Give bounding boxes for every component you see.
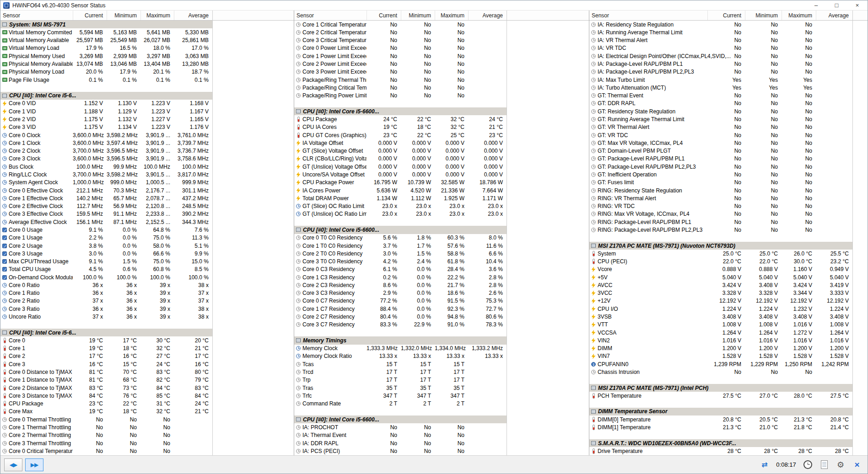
sensor-row[interactable]: Core 2 Usage3.8 %0.0 %58.0 %5.1 % — [0, 242, 294, 250]
sensor-row[interactable]: Virtual Memory Load17.9 %16.5 %18.0 %17.… — [0, 44, 294, 52]
sensor-row[interactable]: Core 1 Distance to TjMAX81 °C68 °C82 °C7… — [0, 376, 294, 384]
sensor-row[interactable]: Core 1 Thermal ThrottlingNoNoNo — [0, 423, 294, 431]
sensor-row[interactable]: Core 2 Distance to TjMAX83 °C73 °C84 °C8… — [0, 384, 294, 392]
sensor-row[interactable]: Core 1 Ratio36 x36 x39 x37 x — [0, 289, 294, 297]
sensor-row[interactable]: Core 0 Critical TemperatureNoNoNo — [0, 447, 294, 455]
maximize-button[interactable]: □ — [826, 0, 847, 10]
prev-next-arrows-button[interactable]: ◀▶ — [4, 458, 22, 471]
column-header-minimum[interactable]: Minimum — [745, 11, 782, 20]
sensor-row[interactable]: CPUFANIN01,239 RPM1,229 RPM1,250 RPM1,24… — [589, 360, 868, 368]
sensor-row[interactable]: IA Cores Power5.636 W4.520 W21.336 W7.66… — [294, 186, 589, 194]
sensor-row[interactable]: GT: Domain-Level PBM PLGTNoNoNo — [589, 147, 868, 155]
sensor-row[interactable]: Core 3 Ratio36 x36 x39 x38 x — [0, 305, 294, 313]
sensor-row[interactable]: CPU IA Cores19 °C18 °C32 °C21 °C — [294, 123, 589, 131]
sensor-row[interactable]: Core 3 VID1.175 V1.134 V1.223 V1.176 V — [0, 123, 294, 131]
sensor-row[interactable]: Core 2 Effective Clock112.7 MHz56.9 MHz2… — [0, 202, 294, 210]
sensor-row[interactable]: Core 3 Critical TemperatureNoNoNo — [294, 37, 589, 44]
column-header-sensor[interactable]: Sensor — [294, 12, 367, 19]
sensor-row[interactable]: Package/Ring Thermal Thrott...NoNoNo — [294, 76, 589, 84]
sensor-row[interactable]: Core 119 °C18 °C32 °C21 °C — [0, 345, 294, 352]
sensor-row[interactable]: Package/Ring Power Limit Ex...NoNoNo — [294, 92, 589, 100]
sensor-row[interactable]: Core 0 Usage9.1 %0.0 %64.8 %7.6 % — [0, 226, 294, 234]
column-header-average[interactable]: Average — [816, 11, 852, 20]
sensor-row[interactable]: 3VSB3.408 V3.408 V3.408 V3.408 V — [589, 313, 868, 320]
sensor-row[interactable]: Core 0 T0 C0 Residency5.6 %1.8 %60.3 %8.… — [294, 234, 589, 242]
sensor-row[interactable]: System25.0 °C25.0 °C26.0 °C25.5 °C — [589, 250, 868, 257]
sensor-row[interactable]: PCH Temperature27.5 °C27.0 °C28.0 °C27.5… — [589, 392, 868, 399]
sensor-row[interactable]: Virtual Memory Available25,597 MB25,549 … — [0, 37, 294, 44]
sensor-row[interactable]: DIMM[1] Temperature21.3 °C21.0 °C21.8 °C… — [589, 423, 868, 431]
sensor-row[interactable]: VCCSA1.264 V1.264 V1.272 V1.264 V — [589, 329, 868, 336]
sensor-row[interactable]: Core 0 Power Limit ExceededNoNoNo — [294, 44, 589, 52]
sensor-row[interactable]: Core 1 C3 Residency0.2 %0.0 %22.2 %2.8 % — [294, 273, 589, 281]
settings-button[interactable]: ⚙ — [834, 458, 847, 471]
sensor-row[interactable]: Chassis IntrusionNoNoNo — [589, 368, 868, 376]
sensor-row[interactable]: DIMM[0] Temperature20.8 °C20.5 °C21.3 °C… — [589, 415, 868, 423]
sensor-row[interactable]: GT: VR Thermal AlertNoNoNo — [589, 123, 868, 131]
column-header-sensor[interactable]: Sensor — [589, 12, 707, 19]
sensor-row[interactable]: +5V5.040 V5.040 V5.040 V5.040 V — [589, 273, 868, 281]
sensor-row[interactable]: Core 2 VID1.175 V1.132 V1.227 V1.165 V — [0, 115, 294, 123]
sensor-row[interactable]: CPU I/O1.224 V1.224 V1.232 V1.224 V — [589, 305, 868, 313]
section-header-row[interactable]: DIMM Temperature Sensor — [589, 408, 868, 415]
sensor-row[interactable]: Core 1 VID1.188 V1.129 V1.223 V1.167 V — [0, 107, 294, 115]
sensor-row[interactable]: CPU Package24 °C22 °C32 °C24 °C — [294, 115, 589, 123]
sensor-row[interactable]: GT (Unslice) OC Ratio Limit23.0 x23.0 x2… — [294, 210, 589, 218]
sensor-row[interactable]: Core 3 C7 Residency83.3 %22.9 %91.0 %78.… — [294, 321, 589, 329]
sensor-row[interactable]: GT: Max VR Voltage, ICCmax, PL4NoNoNo — [589, 139, 868, 147]
sensor-row[interactable]: Core 1 Usage2.2 %0.0 %75.0 %11.3 % — [0, 234, 294, 242]
sensor-row[interactable]: Max CPU/Thread Usage9.1 %1.5 %75.0 %15.0… — [0, 257, 294, 265]
sensor-row[interactable]: AVCC3.424 V3.408 V3.424 V3.419 V — [589, 281, 868, 289]
sensor-row[interactable]: RING: VR Thermal AlertNoNoNo — [589, 194, 868, 202]
sensor-row[interactable]: Drive Temperature28 °C28 °C28 °C28 °C — [589, 447, 868, 455]
sensor-row[interactable]: VIN21.016 V1.016 V1.016 V1.016 V — [589, 336, 868, 344]
section-header-row[interactable]: CPU [#0]: Intel Core i5-6... — [0, 92, 294, 100]
sensor-row[interactable]: Memory Clock1,333.3 MHz1,332.0 MHz1,334.… — [294, 345, 589, 352]
section-header-row[interactable]: System: MSI MS-7971 — [0, 21, 294, 28]
sensor-row[interactable]: RING: Max VR Voltage, ICCmax, PL4NoNoNo — [589, 210, 868, 218]
sensor-row[interactable]: IA: Package-Level RAPL/PBM PL2,PL3NoNoNo — [589, 68, 868, 76]
sensor-row[interactable]: Core 3 Power Limit ExceededNoNoNo — [294, 68, 589, 76]
sensor-row[interactable]: Core 2 Thermal ThrottlingNoNoNo — [0, 431, 294, 439]
sensor-row[interactable]: GT: VR TDCNoNoNo — [589, 131, 868, 139]
column-header-current[interactable]: Current — [707, 11, 745, 20]
section-header-row[interactable]: MSI Z170A PC MATE (MS-7971) (Intel PCH) — [589, 384, 868, 392]
column-header-current[interactable]: Current — [73, 11, 107, 20]
minimize-button[interactable]: – — [806, 0, 826, 10]
jump-forward-button[interactable]: ▶▶ — [25, 458, 43, 471]
sensor-row[interactable]: RING: VR TDCNoNoNo — [589, 202, 868, 210]
sensor-row[interactable]: DIMM1.200 V1.200 V1.200 V1.200 V — [589, 345, 868, 352]
sensor-row[interactable]: IA Voltage Offset0.000 V0.000 V0.000 V0.… — [294, 139, 589, 147]
sensor-row[interactable]: Core 019 °C17 °C30 °C20 °C — [0, 336, 294, 344]
section-header-row[interactable]: CPU [#0]: Intel Core i5-6600... — [294, 226, 589, 234]
sensor-row[interactable]: Trcd17 T17 T17 T — [294, 368, 589, 376]
section-header-row[interactable]: CPU [#0]: Intel Core i5-6... — [0, 329, 294, 336]
sensor-row[interactable]: Core 2 Ratio37 x36 x39 x37 x — [0, 297, 294, 305]
sensor-row[interactable]: Core 0 C7 Residency77.2 %0.0 %91.5 %75.3… — [294, 297, 589, 305]
sensor-row[interactable]: IA: Max Turbo LimitYesYesYes — [589, 76, 868, 84]
sensor-row[interactable]: Core 1 C7 Residency88.4 %0.0 %92.3 %72.7… — [294, 305, 589, 313]
sensor-row[interactable]: CPU (PECI)22.0 °C22.0 °C30.0 °C23.2 °C — [589, 257, 868, 265]
sensor-row[interactable]: Core 1 Power Limit ExceededNoNoNo — [294, 52, 589, 60]
sensor-row[interactable]: Core 2 C3 Residency8.6 %0.0 %21.7 %2.8 % — [294, 281, 589, 289]
sensor-row[interactable]: Tras35 T35 T35 T — [294, 384, 589, 392]
sensor-row[interactable]: Core 1 Critical TemperatureNoNoNo — [294, 21, 589, 28]
report-button[interactable] — [817, 458, 831, 471]
column-header-maximum[interactable]: Maximum — [782, 11, 816, 20]
sensor-row[interactable]: GT (Slice) OC Ratio Limit23.0 x23.0 x23.… — [294, 202, 589, 210]
sensor-row[interactable]: Core 3 Clock3,600.0 MHz3,596.5 MHz3,901.… — [0, 155, 294, 163]
sensor-row[interactable]: System Agent Clock1,000.0 MHz999.0 MHz1,… — [0, 179, 294, 186]
sensor-row[interactable]: GT: DDR RAPLNoNoNo — [589, 100, 868, 107]
sensor-row[interactable]: Core 3 Usage3.0 %0.0 %66.6 %9.9 % — [0, 250, 294, 257]
sensor-row[interactable]: Core 2 T0 C0 Residency3.0 %1.5 %58.8 %6.… — [294, 250, 589, 257]
sensor-row[interactable]: Core 0 Ratio36 x36 x39 x38 x — [0, 281, 294, 289]
sensor-row[interactable]: Core 3 C3 Residency2.9 %0.0 %18.6 %2.6 % — [294, 289, 589, 297]
sensor-row[interactable]: 3VCC3.328 V3.328 V3.344 V3.333 V — [589, 289, 868, 297]
sensor-row[interactable]: Core 2 Critical TemperatureNoNoNo — [294, 28, 589, 36]
sensor-row[interactable]: RING: Package-Level RAPL/PBM PL2,PL3NoNo… — [589, 226, 868, 234]
sensor-row[interactable]: GT: Thermal EventNoNoNo — [589, 92, 868, 100]
sensor-row[interactable]: CPU Package23 °C22 °C31 °C24 °C — [0, 400, 294, 408]
sensor-row[interactable]: Uncore Ratio37 x36 x39 x38 x — [0, 313, 294, 320]
section-header-row[interactable]: MSI Z170A PC MATE (MS-7971) (Nuvoton NCT… — [589, 242, 868, 250]
sensor-row[interactable]: IA: VR TDCNoNoNo — [589, 44, 868, 52]
